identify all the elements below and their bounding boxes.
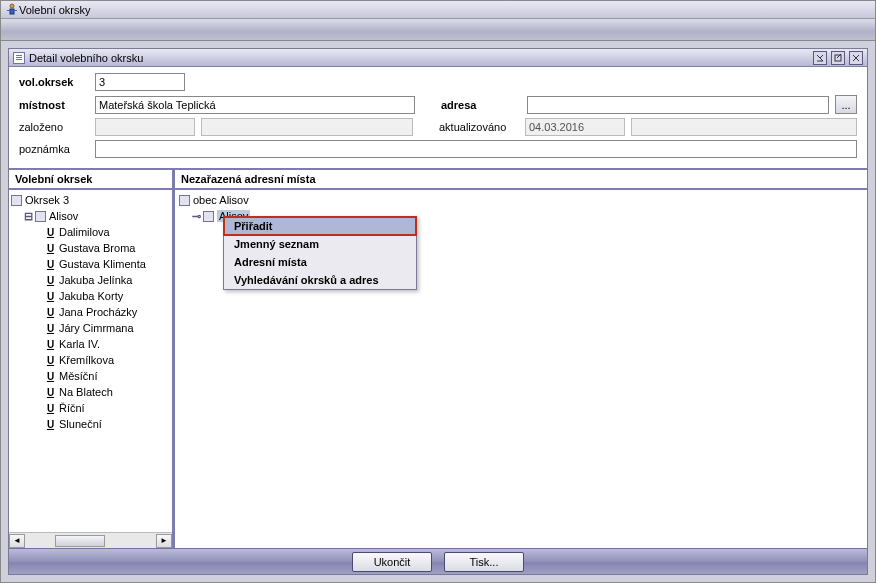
inner-window-title: Detail volebního okrsku — [29, 52, 143, 64]
aktualizovano-date-field — [525, 118, 625, 136]
context-menu-item[interactable]: Adresní místa — [224, 253, 416, 271]
street-icon: U — [45, 403, 56, 414]
outer-titlebar: Volební okrsky — [1, 1, 875, 19]
vol-okrsek-label: vol.okrsek — [19, 76, 89, 88]
tree-street-item[interactable]: UJana Procházky — [11, 304, 170, 320]
street-icon: U — [45, 323, 56, 334]
street-icon: U — [45, 243, 56, 254]
maximize-button[interactable] — [831, 51, 845, 65]
street-icon: U — [45, 275, 56, 286]
close-button-bottom[interactable]: Ukončit — [352, 552, 432, 572]
inner-titlebar: Detail volebního okrsku — [9, 49, 867, 67]
aktualizovano-label: aktualizováno — [439, 121, 519, 133]
tree-street-item[interactable]: UJáry Cimrmana — [11, 320, 170, 336]
street-icon: U — [45, 419, 56, 430]
app-icon — [5, 2, 19, 18]
svg-rect-4 — [835, 55, 841, 61]
context-menu-item[interactable]: Vyhledávání okrsků a adres — [224, 271, 416, 289]
zalozeno-label: založeno — [19, 121, 89, 133]
adresa-browse-button[interactable]: ... — [835, 95, 857, 114]
tree-street-item[interactable]: UKarla IV. — [11, 336, 170, 352]
scroll-left-button[interactable]: ◄ — [9, 534, 25, 548]
zalozeno-user-field — [201, 118, 413, 136]
tree-street-item[interactable]: UGustava Klimenta — [11, 256, 170, 272]
folder-icon — [179, 195, 190, 206]
street-icon: U — [45, 227, 56, 238]
street-icon: U — [45, 387, 56, 398]
tree-street-item[interactable]: UDalimilova — [11, 224, 170, 240]
street-icon: U — [45, 371, 56, 382]
street-icon: U — [45, 355, 56, 366]
context-menu: PřiřaditJmenný seznamAdresní místaVyhled… — [223, 216, 417, 290]
street-icon: U — [45, 259, 56, 270]
street-icon: U — [45, 307, 56, 318]
mistnost-input[interactable] — [95, 96, 415, 114]
horizontal-scrollbar[interactable]: ◄ ► — [9, 532, 172, 548]
mistnost-label: místnost — [19, 99, 89, 111]
tree-street-item[interactable]: UNa Blatech — [11, 384, 170, 400]
tree-street-item[interactable]: UGustava Broma — [11, 240, 170, 256]
aktualizovano-user-field — [631, 118, 857, 136]
poznamka-label: poznámka — [19, 143, 89, 155]
right-tree-root[interactable]: obec Alisov — [193, 194, 249, 206]
adresa-input[interactable] — [527, 96, 829, 114]
tree-street-item[interactable]: UKřemílkova — [11, 352, 170, 368]
poznamka-input[interactable] — [95, 140, 857, 158]
adresa-label: adresa — [441, 99, 521, 111]
button-bar: Ukončit Tisk... — [9, 548, 867, 574]
collapse-icon[interactable]: ⊟ — [23, 211, 33, 221]
svg-rect-1 — [10, 9, 14, 14]
svg-rect-2 — [7, 10, 10, 11]
tree-street-item[interactable]: UŘíční — [11, 400, 170, 416]
form-area: vol.okrsek místnost adresa ... založeno … — [9, 67, 867, 170]
street-icon: U — [45, 291, 56, 302]
vol-okrsek-input[interactable] — [95, 73, 185, 91]
zalozeno-date-field — [95, 118, 195, 136]
expand-icon[interactable]: ⊸ — [191, 211, 201, 221]
street-icon: U — [45, 339, 56, 350]
outer-window-title: Volební okrsky — [19, 4, 91, 16]
minimize-button[interactable] — [813, 51, 827, 65]
left-panel-title: Volební okrsek — [9, 170, 172, 190]
close-button[interactable] — [849, 51, 863, 65]
tree-street-item[interactable]: USluneční — [11, 416, 170, 432]
context-menu-item[interactable]: Přiřadit — [224, 217, 416, 235]
left-tree[interactable]: Okrsek 3⊟AlisovUDalimilovaUGustava Broma… — [9, 190, 172, 434]
document-icon — [13, 52, 25, 64]
tree-street-item[interactable]: UJakuba Korty — [11, 288, 170, 304]
context-menu-item[interactable]: Jmenný seznam — [224, 235, 416, 253]
toolbar-strip — [1, 19, 875, 41]
right-panel-title: Nezařazená adresní místa — [175, 170, 867, 190]
folder-icon — [203, 211, 214, 222]
folder-icon — [11, 195, 22, 206]
folder-icon — [35, 211, 46, 222]
svg-point-0 — [10, 4, 14, 8]
print-button[interactable]: Tisk... — [444, 552, 524, 572]
tree-street-item[interactable]: UJakuba Jelínka — [11, 272, 170, 288]
svg-rect-3 — [14, 10, 17, 11]
scroll-right-button[interactable]: ► — [156, 534, 172, 548]
tree-street-item[interactable]: UMěsíční — [11, 368, 170, 384]
right-tree[interactable]: obec Alisov ⊸ Alisov PřiřaditJmenný sezn… — [175, 190, 867, 548]
tree-root[interactable]: Okrsek 3 — [25, 194, 69, 206]
scroll-thumb[interactable] — [55, 535, 105, 547]
tree-obec[interactable]: Alisov — [49, 210, 78, 222]
